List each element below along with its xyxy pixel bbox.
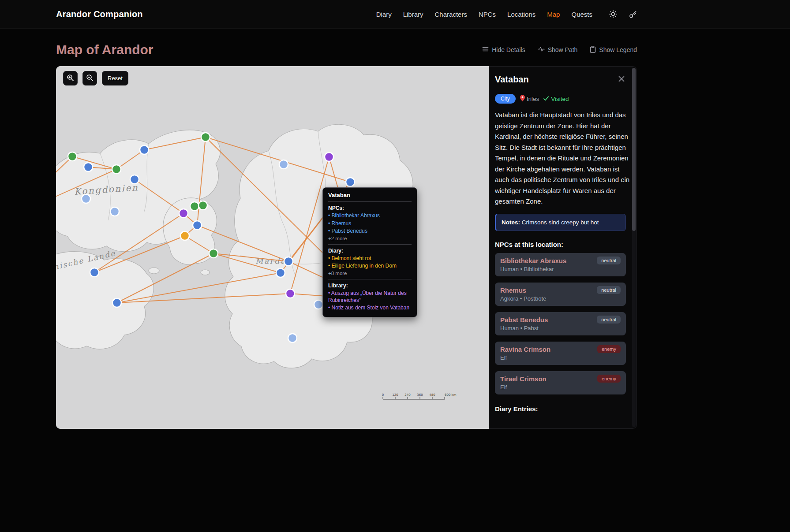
map-marker-blue[interactable]: [140, 145, 149, 154]
tooltip-section: Library:• Auszug aus „Über die Natur des…: [328, 279, 412, 312]
notes-text: Crimsons sind creepy but hot: [522, 219, 599, 226]
map-marker-purple[interactable]: [286, 289, 295, 298]
tooltip-link[interactable]: • Rhemus: [328, 220, 412, 227]
location-description: Vataban ist die Hauptstadt von Iriles un…: [495, 110, 631, 207]
zoom-out-button[interactable]: [82, 71, 97, 86]
npc-card[interactable]: Tirael CrimsonenemyElf: [495, 371, 626, 394]
map-marker-blue[interactable]: [284, 257, 293, 266]
map-marker-green[interactable]: [190, 202, 199, 211]
zoom-in-icon: [67, 74, 74, 83]
main-content: Map of Arandor Hide Details: [56, 40, 637, 429]
scale-tick-label: 0: [382, 393, 384, 397]
npc-disposition-badge: enemy: [597, 375, 621, 383]
map-marker-green[interactable]: [209, 249, 218, 258]
key-icon: [629, 10, 637, 19]
location-region: Iriles: [520, 95, 539, 103]
region-label: Iriles: [527, 96, 539, 102]
npc-name: Rhemus: [500, 286, 526, 294]
hide-details-label: Hide Details: [492, 46, 525, 53]
tooltip-more-label: +2 more: [328, 236, 412, 241]
map-marker-purple[interactable]: [325, 153, 333, 161]
map-marker-blue[interactable]: [90, 268, 99, 277]
map-marker-lightblue[interactable]: [110, 207, 119, 216]
map-tooltip: Vataban NPCs:• Bibliothekar Abraxus• Rhe…: [322, 187, 417, 317]
tooltip-link[interactable]: • Bibliothekar Abraxus: [328, 212, 412, 219]
nav-item-diary[interactable]: Diary: [376, 11, 392, 18]
close-icon: [618, 77, 625, 84]
map-marker-lightblue[interactable]: [314, 300, 323, 309]
map-marker-lightblue[interactable]: [279, 160, 288, 169]
theme-toggle-button[interactable]: [609, 10, 617, 18]
npcs-heading: NPCs at this location:: [495, 241, 626, 248]
close-panel-button[interactable]: [617, 74, 626, 85]
map-marker-blue[interactable]: [130, 175, 139, 184]
map-marker-green[interactable]: [198, 201, 207, 210]
zoom-in-button[interactable]: [63, 71, 78, 86]
npc-name: Ravina Crimson: [500, 346, 550, 353]
app-root: Arandor Companion DiaryLibraryCharacters…: [0, 0, 790, 532]
tooltip-link[interactable]: • Notiz aus dem Stolz von Vataban: [328, 305, 412, 312]
map-marker-orange[interactable]: [180, 231, 189, 240]
map-marker-blue[interactable]: [193, 221, 202, 230]
nav-item-locations[interactable]: Locations: [507, 11, 535, 18]
map-marker-lightblue[interactable]: [288, 334, 297, 342]
notes-label: Notes:: [502, 219, 520, 226]
scale-tick-label: 240: [404, 393, 410, 397]
map-marker-lightblue[interactable]: [82, 194, 90, 203]
map-marker-purple[interactable]: [179, 209, 188, 218]
npc-subtitle: Human • Pabst: [500, 325, 621, 331]
npc-subtitle: Elf: [500, 384, 621, 391]
tooltip-section-heading: NPCs:: [328, 205, 412, 211]
nav-item-quests[interactable]: Quests: [571, 11, 592, 18]
tooltip-link[interactable]: • Eilige Lieferung in den Dom: [328, 263, 412, 270]
tooltip-title: Vataban: [328, 192, 412, 202]
nav-menu: DiaryLibraryCharactersNPCsLocationsMapQu…: [376, 10, 637, 19]
map-marker-blue[interactable]: [84, 163, 93, 171]
map-canvas[interactable]: Kongdoniennische LandeMardurIriles 01202…: [56, 66, 489, 429]
scale-tick-label: 600 km: [445, 393, 457, 397]
reset-view-button[interactable]: Reset: [102, 71, 128, 86]
tooltip-link[interactable]: • Pabst Benedus: [328, 228, 412, 235]
location-title: Vataban: [495, 74, 529, 85]
scale-tick-label: 480: [429, 393, 435, 397]
login-key-button[interactable]: [629, 10, 637, 19]
nav-item-map[interactable]: Map: [547, 11, 560, 18]
pin-icon: [520, 95, 525, 103]
sidebar-scrollbar[interactable]: [632, 68, 636, 427]
show-path-label: Show Path: [548, 46, 578, 53]
npc-card[interactable]: Ravina CrimsonenemyElf: [495, 342, 626, 365]
npc-list: Bibliothekar AbraxusneutralHuman • Bibli…: [495, 253, 626, 394]
npc-name: Bibliothekar Abraxus: [500, 257, 566, 264]
tooltip-link[interactable]: • Auszug aus „Über die Natur des Rubinre…: [328, 290, 412, 304]
npc-card[interactable]: Bibliothekar AbraxusneutralHuman • Bibli…: [495, 253, 626, 276]
show-legend-button[interactable]: Show Legend: [590, 46, 637, 54]
map-marker-green[interactable]: [68, 152, 77, 161]
nav-item-library[interactable]: Library: [403, 11, 423, 18]
tooltip-more-label: +8 more: [328, 271, 412, 276]
map-marker-green[interactable]: [112, 165, 121, 174]
page-title: Map of Arandor: [56, 42, 154, 57]
npc-subtitle: Human • Bibliothekar: [500, 266, 621, 272]
hide-details-button[interactable]: Hide Details: [482, 46, 525, 54]
clipboard-icon: [590, 46, 596, 54]
top-nav: Arandor Companion DiaryLibraryCharacters…: [0, 0, 790, 29]
npc-card[interactable]: Pabst BenedusneutralHuman • Pabst: [495, 312, 626, 335]
diary-heading: Diary Entries:: [495, 405, 626, 413]
map-marker-blue[interactable]: [276, 268, 285, 277]
visited-label: Visited: [551, 96, 569, 102]
tooltip-section: NPCs:• Bibliothekar Abraxus• Rhemus• Pab…: [328, 202, 412, 241]
location-type-badge: City: [495, 94, 516, 104]
tooltip-link[interactable]: • Belmont sieht rot: [328, 255, 412, 262]
sidebar-scrollbar-thumb[interactable]: [632, 68, 636, 231]
map-marker-blue[interactable]: [112, 298, 121, 307]
map-marker-green[interactable]: [201, 133, 210, 141]
tooltip-section: Diary:• Belmont sieht rot• Eilige Liefer…: [328, 244, 412, 276]
nav-item-npcs[interactable]: NPCs: [479, 11, 496, 18]
map-marker-blue[interactable]: [346, 178, 355, 186]
map-container[interactable]: Reset: [56, 66, 489, 429]
npc-disposition-badge: enemy: [597, 345, 621, 353]
show-path-button[interactable]: Show Path: [538, 46, 578, 54]
location-detail-panel: Vataban City: [489, 66, 637, 429]
npc-card[interactable]: RhemusneutralAgkora • Postbote: [495, 283, 626, 306]
nav-item-characters[interactable]: Characters: [435, 11, 467, 18]
